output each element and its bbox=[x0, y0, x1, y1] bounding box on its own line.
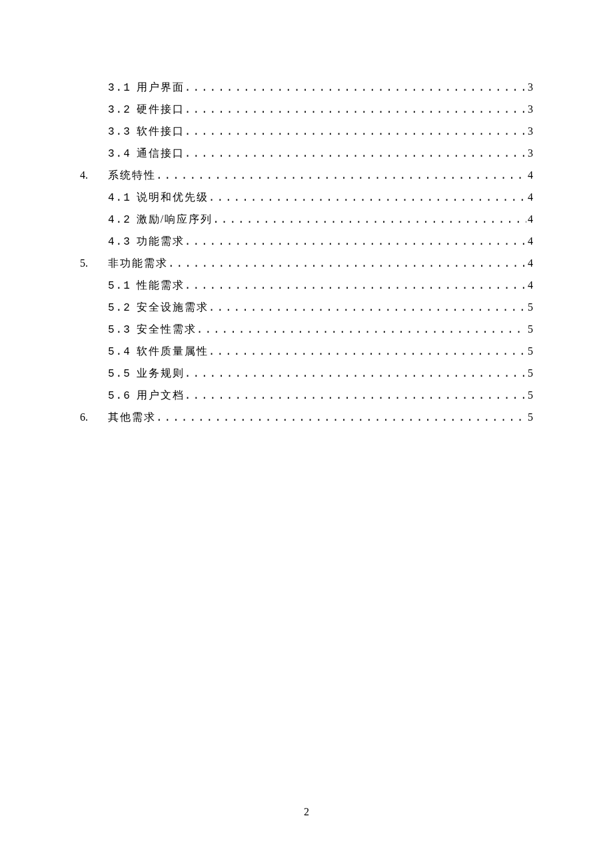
toc-entry-number: 5.3 bbox=[108, 320, 131, 341]
toc-entry-number: 4.3 bbox=[108, 232, 131, 253]
toc-entry-number: 4.1 bbox=[108, 188, 131, 209]
toc-entry-page: 5 bbox=[526, 407, 533, 427]
toc-entry: 6.其他需求5 bbox=[80, 407, 533, 429]
toc-entry: 5.1性能需求4 bbox=[80, 275, 533, 297]
toc-leader-dots bbox=[197, 320, 526, 341]
toc-entry-number: 5.1 bbox=[108, 276, 131, 297]
toc-entry: 4.2激励/响应序列4 bbox=[80, 209, 533, 231]
toc-entry-number: 3.2 bbox=[108, 100, 131, 121]
toc-entry-title: 激励/响应序列 bbox=[137, 209, 213, 229]
toc-entry-page: 3 bbox=[526, 143, 533, 163]
toc-leader-dots bbox=[185, 364, 526, 385]
toc-entry-title: 安全性需求 bbox=[137, 319, 197, 339]
toc-entry: 5.2安全设施需求5 bbox=[80, 297, 533, 319]
document-page: 3.1用户界面33.2硬件接口33.3软件接口33.4通信接口34.系统特性44… bbox=[0, 0, 613, 429]
toc-entry: 4.3功能需求4 bbox=[80, 231, 533, 253]
toc-entry: 3.3软件接口3 bbox=[80, 121, 533, 143]
toc-entry-page: 5 bbox=[526, 319, 533, 339]
toc-entry-page: 4 bbox=[526, 275, 533, 295]
toc-entry-title: 用户文档 bbox=[137, 385, 185, 405]
toc-entry: 4.系统特性4 bbox=[80, 165, 533, 187]
toc-entry-page: 4 bbox=[526, 231, 533, 251]
toc-leader-dots bbox=[209, 298, 526, 319]
toc-entry-page: 3 bbox=[526, 99, 533, 119]
toc-entry-number: 4. bbox=[80, 165, 108, 185]
toc-leader-dots bbox=[185, 386, 526, 407]
toc-entry-number: 6. bbox=[80, 407, 108, 427]
toc-entry-page: 5 bbox=[526, 363, 533, 383]
toc-leader-dots bbox=[209, 188, 526, 209]
toc-entry-title: 软件接口 bbox=[137, 121, 185, 141]
toc-entry-number: 3.4 bbox=[108, 144, 131, 165]
toc-entry-number: 5.6 bbox=[108, 386, 131, 407]
toc-leader-dots bbox=[156, 166, 526, 187]
toc-entry-page: 3 bbox=[526, 121, 533, 141]
toc-entry: 5.6用户文档5 bbox=[80, 385, 533, 407]
toc-entry-page: 5 bbox=[526, 297, 533, 317]
toc-entry-title: 软件质量属性 bbox=[137, 341, 209, 361]
toc-entry-page: 3 bbox=[526, 77, 533, 97]
table-of-contents: 3.1用户界面33.2硬件接口33.3软件接口33.4通信接口34.系统特性44… bbox=[80, 77, 533, 429]
toc-entry-number: 5.2 bbox=[108, 298, 131, 319]
toc-leader-dots bbox=[185, 100, 526, 121]
toc-entry-title: 说明和优先级 bbox=[137, 187, 209, 207]
toc-entry: 5.4软件质量属性5 bbox=[80, 341, 533, 363]
toc-entry-page: 5 bbox=[526, 385, 533, 405]
toc-leader-dots bbox=[185, 276, 526, 297]
toc-entry-title: 业务规则 bbox=[137, 363, 185, 383]
toc-entry-number: 3.3 bbox=[108, 122, 131, 143]
toc-entry-title: 用户界面 bbox=[137, 77, 185, 97]
toc-entry-page: 4 bbox=[526, 187, 533, 207]
toc-entry: 3.1用户界面3 bbox=[80, 77, 533, 99]
toc-entry-title: 通信接口 bbox=[137, 143, 185, 163]
toc-entry-title: 功能需求 bbox=[137, 231, 185, 251]
toc-leader-dots bbox=[185, 78, 526, 99]
toc-leader-dots bbox=[185, 144, 526, 165]
toc-entry-title: 硬件接口 bbox=[137, 99, 185, 119]
toc-entry-title: 性能需求 bbox=[137, 275, 185, 295]
toc-leader-dots bbox=[168, 254, 526, 275]
toc-entry: 5.5业务规则5 bbox=[80, 363, 533, 385]
toc-leader-dots bbox=[185, 232, 526, 253]
toc-entry-title: 安全设施需求 bbox=[137, 297, 209, 317]
toc-entry-number: 5. bbox=[80, 253, 108, 273]
toc-entry-number: 5.5 bbox=[108, 364, 131, 385]
toc-entry-title: 非功能需求 bbox=[108, 253, 168, 273]
toc-leader-dots bbox=[209, 342, 526, 363]
toc-leader-dots bbox=[185, 122, 526, 143]
toc-entry-number: 3.1 bbox=[108, 78, 131, 99]
toc-entry: 5.非功能需求4 bbox=[80, 253, 533, 275]
toc-entry-number: 4.2 bbox=[108, 210, 131, 231]
toc-entry-page: 5 bbox=[526, 341, 533, 361]
page-number: 2 bbox=[0, 806, 613, 818]
toc-entry-page: 4 bbox=[526, 253, 533, 273]
toc-entry: 5.3安全性需求5 bbox=[80, 319, 533, 341]
toc-leader-dots bbox=[156, 408, 526, 429]
toc-entry-title: 其他需求 bbox=[108, 407, 156, 427]
toc-entry-number: 5.4 bbox=[108, 342, 131, 363]
toc-entry: 3.4通信接口3 bbox=[80, 143, 533, 165]
toc-entry-page: 4 bbox=[526, 165, 533, 185]
toc-entry-title: 系统特性 bbox=[108, 165, 156, 185]
toc-entry: 3.2硬件接口3 bbox=[80, 99, 533, 121]
toc-entry-page: 4 bbox=[526, 209, 533, 229]
toc-entry: 4.1说明和优先级4 bbox=[80, 187, 533, 209]
toc-leader-dots bbox=[213, 210, 526, 231]
